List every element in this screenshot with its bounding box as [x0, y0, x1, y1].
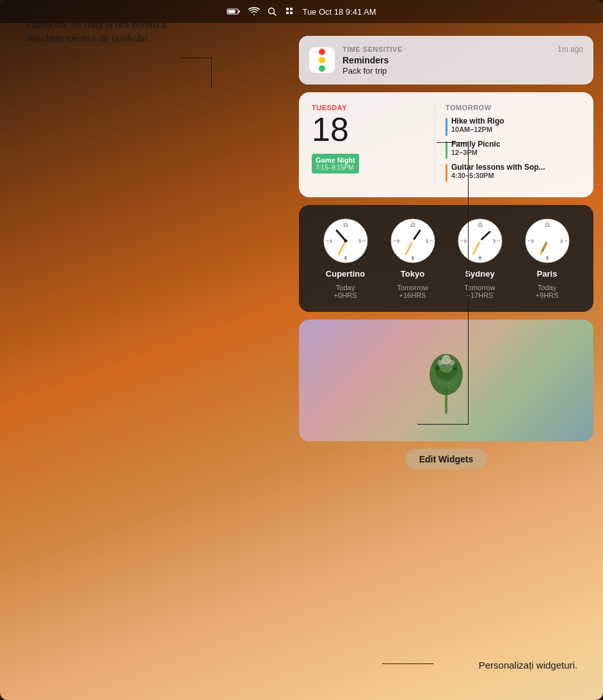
event-name-2: Family Picnic: [451, 140, 501, 149]
svg-text:6: 6: [546, 256, 549, 260]
svg-text:3: 3: [358, 239, 361, 243]
annotation-line-top-h: [179, 58, 211, 58]
calendar-event-3: Guitar lessons with Sop... 4:30–5:30PM: [446, 163, 581, 182]
svg-line-4: [274, 13, 277, 16]
svg-text:12: 12: [410, 223, 415, 227]
svg-text:9: 9: [531, 239, 534, 243]
svg-text:6: 6: [479, 256, 481, 260]
city-cupertino-time: Today+0HRS: [334, 284, 357, 299]
city-cupertino: Cupertino: [326, 269, 365, 279]
svg-point-32: [411, 239, 414, 242]
world-clock-widget[interactable]: 12 3 6 9 Cupertino Today+0HRS 12: [299, 205, 593, 312]
svg-text:9: 9: [397, 239, 399, 243]
event-details-1: Hike with Rigo 10AM–12PM: [451, 117, 504, 133]
svg-point-20: [344, 239, 347, 242]
calendar-tomorrow-label: TOMORROW: [446, 104, 581, 111]
annotation-line-right-h2: [437, 142, 469, 143]
menubar-status-icons: [227, 7, 296, 16]
svg-rect-5: [286, 8, 289, 10]
svg-point-56: [545, 239, 549, 242]
svg-text:3: 3: [426, 239, 428, 243]
city-paris-time: Today+9HRS: [536, 284, 559, 299]
event-bar-1: [446, 118, 447, 136]
notification-header: TIME SENSITIVE 1m ago: [342, 45, 583, 54]
notification-card[interactable]: TIME SENSITIVE 1m ago Reminders Pack for…: [299, 36, 593, 85]
annotation-line-bottom: [382, 663, 433, 664]
notification-center-panel: TIME SENSITIVE 1m ago Reminders Pack for…: [289, 23, 603, 700]
svg-rect-6: [290, 8, 293, 10]
notification-time: 1m ago: [558, 45, 583, 54]
calendar-today-label: TUESDAY: [312, 104, 424, 111]
calendar-event-1: Hike with Rigo 10AM–12PM: [446, 117, 581, 136]
reminders-app-icon: [309, 47, 335, 73]
event-time-1: 10AM–12PM: [451, 126, 504, 133]
svg-text:6: 6: [412, 256, 414, 260]
notification-app-name: Reminders: [342, 55, 583, 66]
event-bar-3: [446, 164, 447, 182]
event-bar-2: [446, 141, 447, 159]
clock-tokyo: 12 3 6 9 Tokyo Tomorrow+16HRS: [390, 218, 436, 299]
svg-text:6: 6: [344, 256, 347, 260]
svg-point-44: [478, 239, 481, 242]
calendar-today-event: Game Night 7:15–9:15PM: [312, 154, 359, 174]
clock-cupertino-face: 12 3 6 9: [323, 218, 369, 264]
menu-icon[interactable]: [284, 7, 296, 16]
clock-paris: 12 3 6 9 Paris Today+9HRS: [524, 218, 570, 299]
calendar-today: TUESDAY 18 Game Night 7:15–9:15PM: [312, 104, 424, 186]
battery-icon: [227, 8, 241, 15]
svg-text:12: 12: [478, 223, 483, 227]
calendar-tomorrow: TOMORROW Hike with Rigo 10AM–12PM Family…: [435, 104, 581, 186]
plant-illustration: [408, 342, 485, 419]
clock-tokyo-face: 12 3 6 9: [390, 218, 436, 264]
annotation-line-right-v: [468, 142, 469, 424]
svg-text:9: 9: [464, 239, 467, 243]
svg-point-65: [453, 367, 457, 371]
today-event-name: Game Night: [316, 156, 355, 164]
wifi-icon: [248, 7, 260, 16]
menubar: Tue Oct 18 9:41 AM: [0, 0, 603, 23]
notification-sensitivity: TIME SENSITIVE: [342, 45, 403, 53]
search-icon[interactable]: [268, 7, 277, 16]
annotation-line-right-h: [417, 424, 469, 425]
clock-paris-face: 12 3 6 9: [524, 218, 570, 264]
dot-red: [319, 49, 325, 55]
city-tokyo: Tokyo: [401, 269, 424, 279]
menubar-datetime[interactable]: Tue Oct 18 9:41 AM: [302, 7, 376, 17]
reminders-icon-dots: [319, 49, 325, 72]
svg-rect-8: [290, 12, 293, 14]
clock-sydney-face: 12 3 6 9: [457, 218, 503, 264]
notification-content: TIME SENSITIVE 1m ago Reminders Pack for…: [342, 45, 583, 76]
svg-text:12: 12: [545, 223, 550, 227]
event-time-2: 12–3PM: [451, 149, 501, 156]
event-name-3: Guitar lessons with Sop...: [451, 163, 545, 172]
calendar-widget[interactable]: TUESDAY 18 Game Night 7:15–9:15PM TOMORR…: [299, 92, 593, 197]
clock-cupertino: 12 3 6 9 Cupertino Today+0HRS: [323, 218, 369, 299]
today-event-time: 7:15–9:15PM: [316, 164, 355, 171]
dot-yellow: [319, 57, 325, 63]
svg-text:9: 9: [330, 239, 332, 243]
svg-rect-7: [286, 12, 289, 14]
calendar-date-number: 18: [312, 113, 424, 146]
dot-green: [319, 65, 325, 72]
event-details-3: Guitar lessons with Sop... 4:30–5:30PM: [451, 163, 545, 179]
city-sydney-time: Tomorrow+17HRS: [464, 284, 495, 299]
clock-sydney: 12 3 6 9 Sydney Tomorrow+17HRS: [457, 218, 503, 299]
city-paris: Paris: [537, 269, 558, 279]
city-sydney: Sydney: [465, 269, 494, 279]
svg-rect-2: [229, 10, 236, 13]
annotation-line-top: [211, 58, 212, 88]
city-tokyo-time: Tomorrow+16HRS: [397, 284, 428, 299]
svg-point-71: [439, 359, 453, 373]
svg-text:12: 12: [343, 223, 348, 227]
notification-body: Pack for trip: [342, 66, 583, 76]
svg-text:3: 3: [560, 239, 563, 243]
edit-widgets-button[interactable]: Edit Widgets: [405, 449, 488, 469]
event-name-1: Hike with Rigo: [451, 117, 504, 126]
event-time-3: 4:30–5:30PM: [451, 172, 545, 179]
svg-point-64: [435, 367, 439, 371]
menubar-date[interactable]: Tue Oct 18 9:41 AM: [302, 7, 376, 17]
svg-text:3: 3: [493, 239, 495, 243]
svg-rect-1: [239, 10, 240, 13]
photos-widget[interactable]: [299, 320, 593, 441]
